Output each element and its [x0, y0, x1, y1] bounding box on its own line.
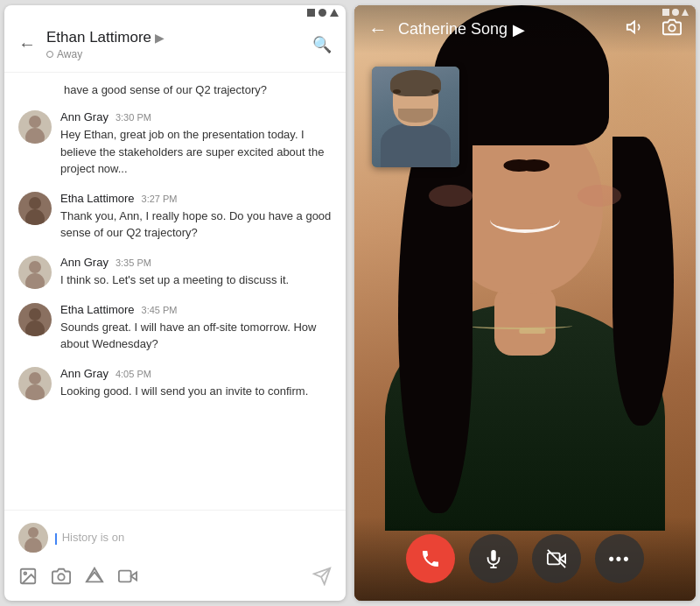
camera-flip-icon[interactable] — [662, 18, 682, 41]
status-triangle — [330, 9, 339, 17]
camera-icon[interactable] — [52, 567, 71, 590]
more-options-button[interactable]: ••• — [595, 534, 644, 583]
chat-panel: ← Ethan Lattimore ▶ Away 🔍 have a good s… — [4, 5, 346, 601]
self-view-background — [372, 67, 459, 167]
message-text: Looking good. I will send you an invite … — [60, 383, 332, 400]
video-controls: ••• — [354, 517, 696, 601]
message-content: Ann Gray 3:30 PM Hey Ethan, great job on… — [60, 110, 332, 178]
message-row: Ann Gray 3:30 PM Hey Ethan, great job on… — [4, 103, 346, 185]
message-meta: Ann Gray 3:30 PM — [60, 110, 332, 123]
status-sq2 — [672, 9, 679, 16]
avatar — [18, 110, 52, 144]
status-sq1 — [662, 9, 669, 16]
message-content: Ann Gray 4:05 PM Looking good. I will se… — [60, 367, 332, 400]
avatar — [18, 192, 52, 225]
message-text: Hey Ethan, great job on the presentation… — [60, 126, 332, 178]
chat-messages: have a good sense of our Q2 trajectory? … — [4, 73, 346, 510]
caller-name-arrow-icon: ▶ — [513, 20, 525, 39]
svg-point-2 — [58, 574, 64, 580]
svg-marker-4 — [131, 572, 136, 580]
search-icon[interactable]: 🔍 — [312, 35, 332, 54]
chat-status: Away — [46, 48, 312, 60]
speaker-icon[interactable] — [626, 18, 645, 41]
svg-marker-8 — [627, 22, 634, 33]
message-meta: Etha Lattimore 3:27 PM — [60, 192, 332, 205]
avatar — [18, 303, 52, 336]
video-off-button[interactable] — [532, 534, 581, 583]
status-circle — [318, 9, 326, 17]
history-text: History is on — [55, 531, 124, 544]
send-icon[interactable] — [312, 567, 332, 590]
microphone-button[interactable] — [469, 534, 518, 583]
video-icon[interactable] — [118, 567, 137, 590]
video-caller-name: Catherine Song ▶ — [398, 20, 626, 39]
message-sender: Ann Gray — [60, 367, 108, 380]
message-sender: Ann Gray — [60, 256, 108, 269]
truncated-message: have a good sense of our Q2 trajectory? — [4, 80, 346, 103]
video-status-bar — [662, 9, 689, 16]
my-avatar — [18, 523, 48, 553]
message-meta: Ann Gray 4:05 PM — [60, 367, 332, 380]
video-header: ← Catherine Song ▶ — [354, 5, 696, 53]
signal-icon — [682, 9, 689, 16]
svg-marker-12 — [560, 554, 565, 562]
message-content: Etha Lattimore 3:45 PM Sounds great. I w… — [60, 303, 332, 353]
message-text: Sounds great. I will have an off-site to… — [60, 319, 332, 353]
message-time: 3:45 PM — [142, 305, 178, 315]
chat-input-area: History is on — [4, 510, 346, 601]
message-time: 3:30 PM — [116, 112, 151, 123]
svg-rect-5 — [119, 571, 131, 582]
status-dot-icon — [46, 51, 53, 58]
message-text: I think so. Let's set up a meeting to di… — [60, 271, 332, 289]
input-toolbar — [18, 563, 332, 594]
drive-icon[interactable] — [85, 567, 104, 590]
status-square — [307, 9, 315, 17]
end-call-button[interactable] — [406, 534, 455, 583]
svg-point-9 — [668, 25, 675, 31]
avatar — [18, 367, 52, 400]
image-icon[interactable] — [18, 567, 38, 590]
message-row: Etha Lattimore 3:45 PM Sounds great. I w… — [4, 296, 346, 360]
message-time: 3:27 PM — [142, 194, 178, 204]
back-arrow-icon[interactable]: ← — [18, 34, 36, 54]
video-header-icons — [626, 18, 682, 41]
message-sender: Ann Gray — [60, 110, 108, 123]
message-time: 4:05 PM — [116, 369, 151, 379]
message-row: Etha Lattimore 3:27 PM Thank you, Ann, I… — [4, 185, 346, 249]
message-sender: Etha Lattimore — [60, 303, 135, 316]
message-time: 3:35 PM — [116, 257, 151, 268]
message-meta: Etha Lattimore 3:45 PM — [60, 303, 332, 316]
contact-arrow-icon: ▶ — [155, 31, 164, 45]
history-bar: History is on — [18, 518, 332, 558]
svg-point-1 — [24, 572, 26, 574]
video-back-arrow-icon[interactable]: ← — [368, 18, 388, 41]
message-text: Thank you, Ann, I really hope so. Do you… — [60, 208, 332, 242]
message-meta: Ann Gray 3:35 PM — [60, 256, 332, 269]
text-cursor — [55, 533, 57, 545]
self-view — [372, 67, 459, 167]
message-content: Ann Gray 3:35 PM I think so. Let's set u… — [60, 256, 332, 289]
video-panel: ← Catherine Song ▶ — [354, 5, 696, 601]
avatar — [18, 256, 52, 289]
message-row: Ann Gray 3:35 PM I think so. Let's set u… — [4, 249, 346, 296]
man-body — [381, 123, 451, 167]
chat-header-info: Ethan Lattimore ▶ Away — [46, 29, 312, 60]
chat-contact-name: Ethan Lattimore ▶ — [46, 29, 312, 46]
message-content: Etha Lattimore 3:27 PM Thank you, Ann, I… — [60, 192, 332, 242]
message-row: Ann Gray 4:05 PM Looking good. I will se… — [4, 360, 346, 407]
chat-header: ← Ethan Lattimore ▶ Away 🔍 — [4, 17, 346, 73]
message-sender: Etha Lattimore — [60, 192, 135, 205]
